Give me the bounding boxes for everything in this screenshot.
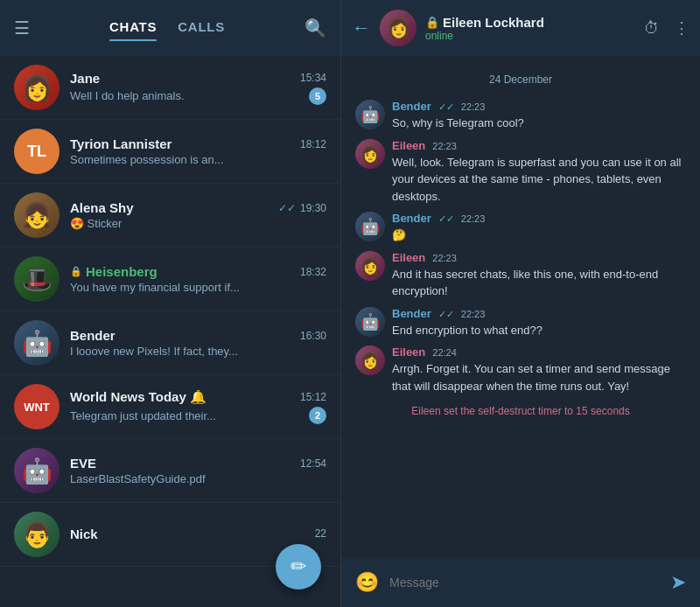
chat-list-wrapper: 👩 Jane 15:34 Well I do help animals. 5	[0, 56, 340, 607]
chat-name-row: EVE 12:54	[70, 456, 326, 471]
messages-area: 24 December 🤖 Bender ✓✓ 22:23 So, why is…	[341, 56, 700, 558]
message-text: So, why is Telegram cool?	[392, 115, 686, 132]
back-button[interactable]: ←	[352, 17, 371, 39]
avatar: 🤖	[14, 320, 60, 366]
message-row: 👩 Eileen 22:23 Well, look. Telegram is s…	[355, 139, 686, 206]
chat-list: 👩 Jane 15:34 Well I do help animals. 5	[0, 56, 340, 607]
contact-name-text: Eileen Lockhard	[443, 15, 544, 30]
message-avatar-emoji: 🤖	[360, 312, 380, 331]
chat-time: 12:54	[300, 457, 326, 470]
avatar: 👨	[14, 512, 60, 557]
message-check: ✓✓	[438, 309, 454, 320]
chat-preview: 😍 Sticker	[70, 217, 122, 230]
message-time: 22:23	[461, 101, 486, 112]
chat-preview: Telegram just updated their...	[70, 409, 216, 422]
list-item[interactable]: WNT World News Today 🔔 15:12 Telegram ju…	[0, 375, 340, 439]
contact-name: 🔒 Eileen Lockhard	[425, 15, 635, 30]
tab-chats[interactable]: CHATS	[109, 19, 157, 38]
chat-preview-row: LaserBlastSafetyGuide.pdf	[70, 472, 326, 485]
search-icon[interactable]: 🔍	[304, 17, 326, 38]
message-sender: Bender	[392, 212, 431, 225]
timer-icon[interactable]: ⏱	[644, 19, 660, 38]
chat-name: 🔒 Heisenberg	[70, 264, 158, 279]
message-text: Well, look. Telegram is superfast and yo…	[392, 154, 686, 206]
message-avatar: 🤖	[355, 307, 385, 337]
message-avatar: 🤖	[355, 212, 385, 241]
tab-calls[interactable]: CALLS	[178, 19, 225, 38]
chat-name-row: Jane 15:34	[70, 71, 326, 86]
chat-info: World News Today 🔔 15:12 Telegram just u…	[70, 389, 326, 424]
chat-info: Tyrion Lannister 18:12 Sometimes possess…	[70, 136, 326, 166]
message-content: Eileen 22:23 And it has secret chats, li…	[392, 251, 686, 300]
chat-header: ← 👩 🔒 Eileen Lockhard online ⏱ ⋮	[341, 0, 700, 56]
more-options-icon[interactable]: ⋮	[674, 18, 690, 38]
list-item[interactable]: 👧 Alena Shy ✓✓ 19:30 😍 Sticker	[0, 184, 340, 248]
message-sender: Bender	[392, 307, 431, 320]
message-check: ✓✓	[438, 101, 454, 113]
sticker-icon[interactable]: 😊	[355, 571, 379, 594]
chat-name: Nick	[70, 527, 98, 541]
list-item[interactable]: 🎩 🔒 Heisenberg 18:32 You have my financi…	[0, 248, 340, 311]
chat-time: 16:30	[300, 330, 326, 342]
list-item[interactable]: 👩 Jane 15:34 Well I do help animals. 5	[0, 56, 340, 120]
message-text: 🤔	[392, 227, 686, 244]
message-content: Bender ✓✓ 22:23 So, why is Telegram cool…	[392, 100, 686, 132]
right-panel: ← 👩 🔒 Eileen Lockhard online ⏱ ⋮ 24 Dece…	[341, 0, 700, 607]
message-header: Eileen 22:23	[392, 251, 686, 264]
message-content: Eileen 22:23 Well, look. Telegram is sup…	[392, 139, 686, 206]
chat-info: Jane 15:34 Well I do help animals. 5	[70, 71, 326, 105]
avatar-emoji: 🤖	[22, 329, 52, 358]
message-text: And it has secret chats, like this one, …	[392, 266, 686, 300]
message-avatar: 👩	[355, 139, 385, 169]
chat-name: Bender	[70, 328, 116, 343]
list-item[interactable]: 🤖 Bender 16:30 I looove new Pixels! If f…	[0, 311, 340, 375]
chat-preview: LaserBlastSafetyGuide.pdf	[70, 472, 206, 485]
chat-preview: Sometimes possession is an...	[70, 153, 224, 166]
message-header: Eileen 22:24	[392, 345, 686, 359]
left-panel: ☰ CHATS CALLS 🔍 👩 Jane 15:34 Well I do	[0, 0, 341, 607]
contact-status: online	[425, 30, 635, 42]
avatar: TL	[14, 129, 60, 174]
chat-input-area: 😊 ➤	[341, 558, 700, 607]
message-row: 👩 Eileen 22:24 Arrgh. Forget it. You can…	[355, 345, 686, 394]
chat-preview-row: Well I do help animals. 5	[70, 87, 326, 105]
message-row: 🤖 Bender ✓✓ 22:23 🤔	[355, 212, 686, 244]
chat-info: Alena Shy ✓✓ 19:30 😍 Sticker	[70, 200, 326, 230]
menu-icon[interactable]: ☰	[14, 17, 30, 38]
message-avatar-emoji: 👩	[360, 351, 380, 370]
send-icon[interactable]: ➤	[670, 571, 686, 594]
message-check: ✓✓	[438, 213, 454, 225]
contact-info: 🔒 Eileen Lockhard online	[425, 15, 635, 42]
message-sender: Eileen	[392, 139, 425, 152]
message-content: Eileen 22:24 Arrgh. Forget it. You can s…	[392, 345, 686, 394]
chat-name-row: Nick 22	[70, 527, 326, 541]
message-input[interactable]	[389, 576, 660, 590]
chat-time: 15:34	[300, 72, 326, 84]
chat-preview: I looove new Pixels! If fact, they...	[70, 345, 238, 358]
chat-name-row: Tyrion Lannister 18:12	[70, 136, 326, 151]
message-time: 22:23	[432, 141, 457, 151]
contact-avatar-emoji: 👩	[387, 17, 410, 39]
chat-name-row: Bender 16:30	[70, 328, 326, 343]
avatar-emoji: 🤖	[22, 457, 52, 485]
message-avatar: 🤖	[355, 100, 385, 129]
list-item[interactable]: 🤖 EVE 12:54 LaserBlastSafetyGuide.pdf	[0, 439, 340, 503]
chat-preview-row: Sometimes possession is an...	[70, 153, 326, 166]
chat-info: 🔒 Heisenberg 18:32 You have my financial…	[70, 264, 326, 294]
chat-name-row: Alena Shy ✓✓ 19:30	[70, 200, 326, 215]
avatar: 👧	[14, 192, 60, 238]
chat-name: World News Today 🔔	[70, 389, 206, 405]
message-sender: Eileen	[392, 345, 425, 359]
compose-fab[interactable]: ✏	[276, 544, 321, 590]
avatar: 🎩	[14, 256, 60, 302]
message-avatar: 👩	[355, 251, 385, 281]
chat-preview-row: 😍 Sticker	[70, 217, 326, 230]
chat-time: 15:12	[300, 391, 326, 403]
avatar-emoji: 👧	[22, 201, 52, 230]
message-content: Bender ✓✓ 22:23 🤔	[392, 212, 686, 244]
list-item[interactable]: TL Tyrion Lannister 18:12 Sometimes poss…	[0, 120, 340, 184]
chat-info: Nick 22	[70, 527, 326, 543]
date-divider: 24 December	[355, 73, 686, 86]
contact-avatar: 👩	[380, 10, 416, 46]
message-avatar-emoji: 🤖	[360, 217, 380, 236]
